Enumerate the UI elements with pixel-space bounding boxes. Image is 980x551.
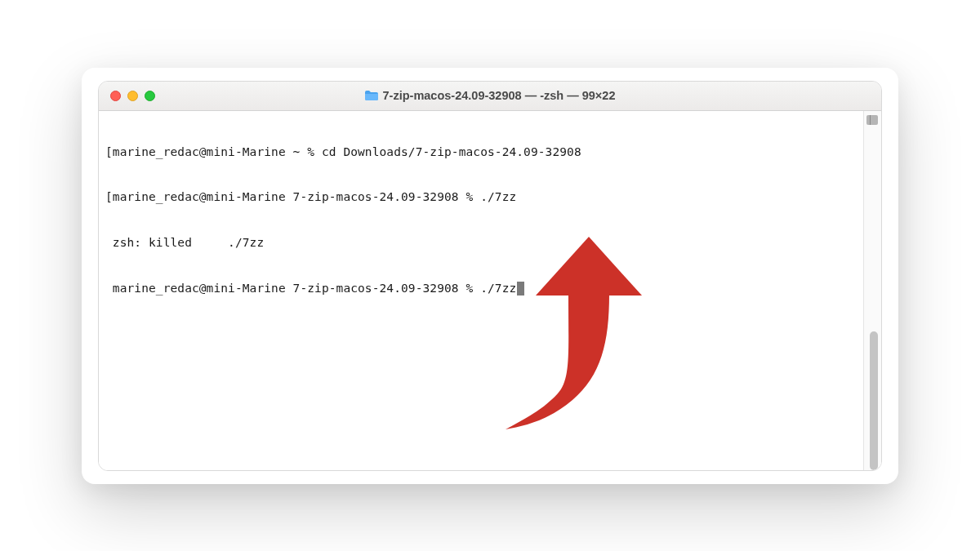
folder-icon	[365, 91, 378, 100]
terminal-line: marine_redac@mini-Marine 7-zip-macos-24.…	[105, 281, 857, 296]
close-button[interactable]	[110, 91, 121, 101]
terminal-body[interactable]: [marine_redac@mini-Marine ~ % cd Downloa…	[99, 111, 863, 470]
window-titlebar[interactable]: 7-zip-macos-24.09-32908 — -zsh — 99×22	[99, 82, 881, 111]
scrollbar-thumb[interactable]	[870, 331, 878, 470]
panel-icon[interactable]	[866, 115, 878, 125]
terminal-cursor	[517, 282, 524, 295]
terminal-line: [marine_redac@mini-Marine ~ % cd Downloa…	[105, 144, 857, 160]
window-title: 7-zip-macos-24.09-32908 — -zsh — 99×22	[99, 89, 881, 102]
maximize-button[interactable]	[145, 91, 155, 101]
terminal-window: 7-zip-macos-24.09-32908 — -zsh — 99×22 […	[98, 81, 882, 471]
terminal-prompt-line: marine_redac@mini-Marine 7-zip-macos-24.…	[105, 282, 516, 295]
terminal-content-area: [marine_redac@mini-Marine ~ % cd Downloa…	[99, 111, 881, 470]
terminal-line: zsh: killed ./7zz	[105, 235, 857, 251]
minimize-button[interactable]	[127, 91, 138, 101]
window-title-text: 7-zip-macos-24.09-32908 — -zsh — 99×22	[383, 89, 616, 102]
terminal-line: [marine_redac@mini-Marine 7-zip-macos-24…	[105, 189, 857, 205]
traffic-lights	[110, 91, 155, 101]
scrollbar-rail	[863, 111, 881, 470]
